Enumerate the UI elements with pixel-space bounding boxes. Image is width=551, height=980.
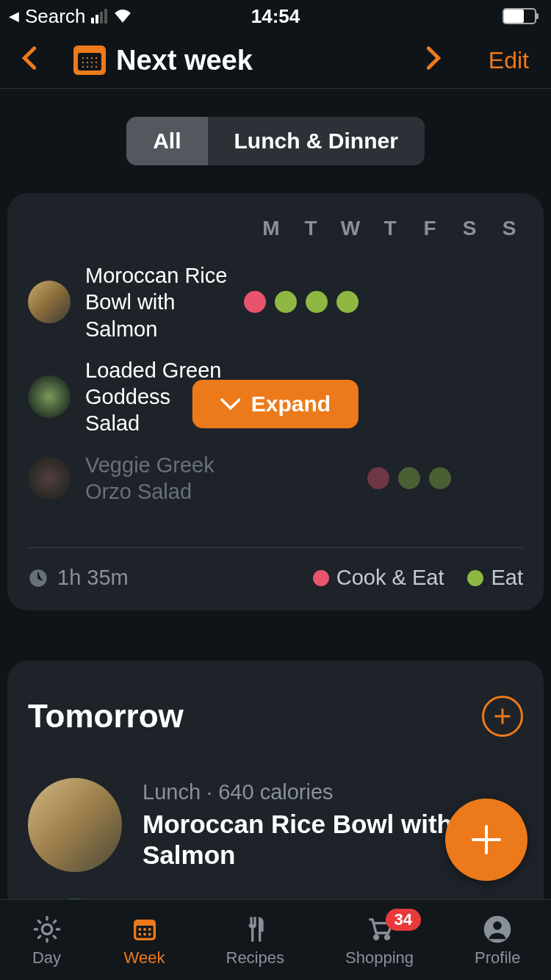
meal-name: Moroccan Rice Bowl with Salmon <box>85 262 229 342</box>
tab-bar: Day Week Recipes 34 Shopping Profile <box>0 899 551 980</box>
day-header-row: M T W T F S S <box>28 217 523 255</box>
tab-day[interactable]: Day <box>31 913 63 968</box>
tab-label: Shopping <box>345 948 414 968</box>
expand-button[interactable]: Expand <box>192 380 359 428</box>
week-title: Next week <box>116 45 253 76</box>
plan-meal-row[interactable]: Moroccan Rice Bowl with Salmon <box>28 255 523 350</box>
meal-day-dots <box>244 467 523 489</box>
meal-title: Moroccan Rice Bowl with Salmon <box>143 809 469 871</box>
day-label: M <box>260 217 282 240</box>
tab-week[interactable]: Week <box>124 913 165 968</box>
svg-point-7 <box>138 932 141 935</box>
meal-thumb <box>28 778 122 872</box>
clock-icon <box>28 568 48 588</box>
cutlery-icon <box>239 913 271 945</box>
tab-label: Week <box>124 948 165 968</box>
meal-meta: Lunch · 640 calories <box>143 780 469 804</box>
plan-footer: 1h 35m Cook & Eat Eat <box>28 566 523 590</box>
tab-recipes[interactable]: Recipes <box>226 913 284 968</box>
svg-point-13 <box>493 921 502 930</box>
status-back-to-app[interactable]: ◀ Search <box>9 5 132 28</box>
day-label: W <box>339 217 361 240</box>
legend-label: Cook & Eat <box>336 566 444 590</box>
meal-thumb <box>28 375 71 418</box>
profile-icon <box>481 913 514 945</box>
segment-all[interactable]: All <box>126 117 207 165</box>
svg-point-11 <box>385 935 389 939</box>
meal-thumb <box>28 281 71 323</box>
tomorrow-title: Tomorrow <box>28 698 184 735</box>
edit-button[interactable]: Edit <box>489 47 529 74</box>
signal-icon <box>91 9 107 24</box>
segment-lunch-dinner[interactable]: Lunch & Dinner <box>208 117 425 165</box>
week-title-wrap[interactable]: Next week <box>73 45 253 76</box>
next-week-button[interactable] <box>426 43 441 78</box>
legend-cook-eat: Cook & Eat <box>313 566 444 590</box>
week-plan-card: M T W T F S S Moroccan Rice Bowl with Sa… <box>7 193 544 610</box>
status-back-label: Search <box>25 5 85 28</box>
status-bar: ◀ Search 14:54 <box>0 0 551 32</box>
shopping-badge: 34 <box>386 909 421 931</box>
calendar-icon <box>129 913 161 945</box>
tab-label: Day <box>32 948 61 968</box>
legend-eat: Eat <box>467 566 523 590</box>
expand-label: Expand <box>251 392 331 417</box>
meal-thumb <box>28 457 71 500</box>
legend-dot-cook <box>313 570 329 586</box>
plan-meal-row[interactable]: Veggie Greek Orzo Salad <box>28 444 523 513</box>
meal-filter-segment: All Lunch & Dinner <box>126 117 425 165</box>
legend-dot-eat <box>467 570 483 586</box>
svg-point-9 <box>148 932 151 935</box>
wifi-icon <box>113 5 132 28</box>
tab-label: Profile <box>475 948 520 968</box>
tab-shopping[interactable]: 34 Shopping <box>345 913 414 968</box>
meal-name: Veggie Greek Orzo Salad <box>85 452 229 505</box>
day-label: S <box>498 217 520 240</box>
svg-rect-3 <box>136 926 153 938</box>
prev-week-button[interactable] <box>22 43 37 78</box>
battery-icon <box>503 8 536 24</box>
sun-icon <box>31 913 63 945</box>
plan-total-time: 1h 35m <box>57 566 129 590</box>
day-label: T <box>379 217 401 240</box>
divider <box>28 547 523 548</box>
status-time: 14:54 <box>251 5 300 28</box>
tab-label: Recipes <box>226 948 284 968</box>
day-label: S <box>458 217 480 240</box>
svg-point-5 <box>143 928 146 931</box>
tab-profile[interactable]: Profile <box>475 913 520 968</box>
fab-add-button[interactable] <box>445 799 527 881</box>
day-label: T <box>300 217 322 240</box>
week-header: Next week Edit <box>0 32 551 89</box>
svg-point-6 <box>148 928 151 931</box>
back-triangle-icon: ◀ <box>9 8 19 24</box>
svg-point-10 <box>374 935 378 939</box>
svg-point-4 <box>138 928 141 931</box>
svg-point-1 <box>42 924 51 934</box>
plus-icon <box>492 706 513 727</box>
day-label: F <box>419 217 441 240</box>
chevron-down-icon <box>220 397 241 411</box>
plus-icon <box>469 822 504 857</box>
svg-point-8 <box>143 932 146 935</box>
calendar-icon <box>73 46 106 75</box>
add-meal-button[interactable] <box>482 696 523 737</box>
legend-label: Eat <box>491 566 523 590</box>
meal-day-dots <box>244 291 523 313</box>
